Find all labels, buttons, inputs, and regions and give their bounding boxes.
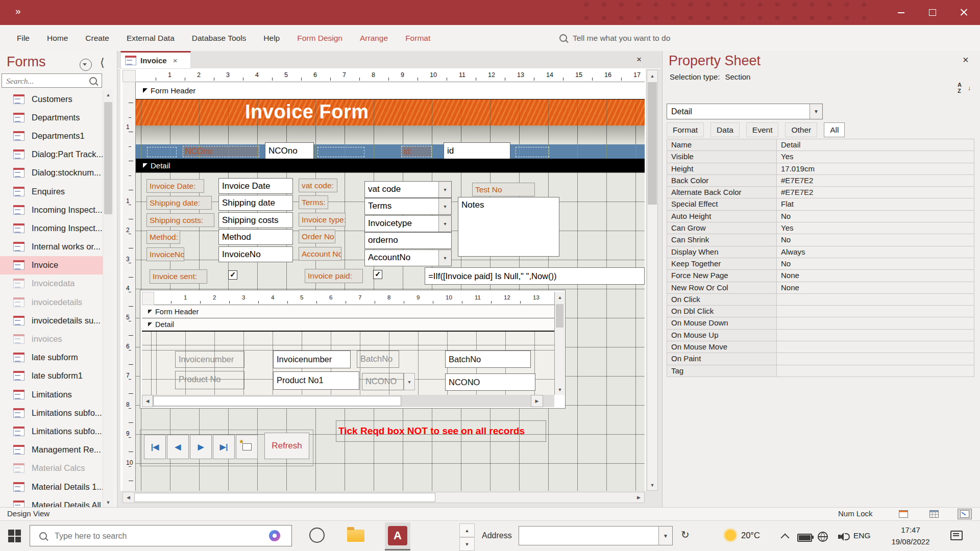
nco-label[interactable]: NCOno [183, 146, 259, 157]
property-value[interactable]: No [777, 234, 974, 245]
id-label[interactable]: id: [401, 146, 432, 157]
nav-category-menu-icon[interactable] [80, 59, 92, 71]
scroll-left-icon[interactable]: ◀ [123, 492, 134, 503]
nav-item-limitations[interactable]: Limitations [0, 385, 103, 404]
property-value[interactable] [777, 317, 974, 329]
nav-item-incoming-inspect-[interactable]: Incoming Inspect... [0, 219, 103, 237]
property-value[interactable]: Detail [777, 139, 974, 151]
scroll-down-icon[interactable]: ▼ [555, 385, 565, 394]
previous-record-button[interactable]: ◀ [167, 435, 189, 459]
subform-control-ncono[interactable]: NCONO [445, 373, 535, 391]
chevron-down-icon[interactable]: ▾ [438, 250, 451, 266]
property-value[interactable]: None [777, 270, 974, 281]
notes-textbox[interactable]: Notes [458, 197, 559, 257]
field-textbox[interactable]: Shipping date [218, 195, 293, 211]
nav-scrollbar[interactable]: ▲ ▼ [103, 90, 113, 507]
tell-me-box[interactable]: Tell me what you want to do [559, 25, 670, 51]
property-value[interactable] [777, 365, 974, 377]
ribbon-tab-file[interactable]: File [8, 25, 38, 51]
file-explorer-icon[interactable] [347, 530, 364, 542]
property-value[interactable] [777, 353, 974, 364]
nav-item-invoicedata[interactable]: Invoicedata [0, 274, 103, 293]
scroll-left-icon[interactable]: ◀ [142, 395, 153, 407]
subform-control-batchno[interactable]: BatchNo [445, 350, 531, 368]
ribbon-tab-form-design[interactable]: Form Design [288, 25, 351, 51]
field-combobox[interactable]: vat code▾ [364, 181, 452, 198]
scrollbar-thumb[interactable] [153, 396, 401, 406]
close-button[interactable] [948, 0, 980, 25]
chevron-down-icon[interactable]: ▾ [404, 373, 415, 390]
next-record-button[interactable]: ▶ [190, 435, 212, 459]
shutter-bar-close-icon[interactable]: ⟨ [100, 56, 105, 69]
field-label[interactable]: vat code: [299, 179, 337, 192]
design-view-button[interactable] [958, 509, 972, 519]
id-textbox[interactable]: id [444, 142, 510, 159]
field-label[interactable]: InvoiceNo: [146, 247, 184, 261]
clock[interactable]: 17:47 19/08/2022 [881, 524, 940, 548]
first-record-button[interactable]: |◀ [144, 435, 166, 459]
field-combobox[interactable]: AccountNo▾ [364, 249, 452, 266]
access-taskbar-button[interactable]: A [385, 522, 410, 549]
field-combobox[interactable]: Terms▾ [364, 198, 452, 215]
ribbon-tab-external-data[interactable]: External Data [118, 25, 183, 51]
weather-icon[interactable] [725, 530, 736, 541]
property-value[interactable] [777, 330, 974, 341]
subform-horizontal-scrollbar[interactable]: ◀ ▶ [142, 395, 554, 407]
property-value[interactable]: No [777, 211, 974, 222]
subform-control-product-no[interactable]: Product No [175, 371, 244, 389]
field-label[interactable]: Shipping date: [146, 196, 212, 210]
property-value[interactable]: #E7E7E2 [777, 175, 974, 186]
address-refresh-icon[interactable]: ↻ [681, 529, 690, 541]
chevron-down-icon[interactable]: ▾ [438, 182, 451, 197]
scroll-right-icon[interactable]: ▶ [531, 395, 543, 407]
nav-item-dialog-stocknum-[interactable]: Dialog:stocknum... [0, 164, 103, 182]
address-input[interactable]: ▼ [519, 526, 673, 545]
property-tab-other[interactable]: Other [785, 122, 817, 137]
scrollbar-thumb[interactable] [556, 304, 564, 328]
field-label[interactable]: Order No [299, 230, 335, 243]
temperature-label[interactable]: 20°C [741, 531, 760, 540]
nav-item-departments[interactable]: Departments [0, 108, 103, 127]
nav-item-incoming-inspect-[interactable]: Incoming Inspect... [0, 201, 103, 219]
form-header-section-bar[interactable]: Form Header [136, 82, 645, 99]
property-value[interactable]: 17.019cm [777, 163, 974, 174]
ribbon-tab-arrange[interactable]: Arrange [351, 25, 397, 51]
property-value[interactable]: Yes [777, 222, 974, 234]
property-value[interactable]: None [777, 282, 974, 293]
form-title-label[interactable]: Invoice Form [245, 101, 369, 123]
scrollbar-thumb[interactable] [104, 102, 112, 214]
field-label[interactable]: Terms: [299, 195, 328, 209]
subform-control-ncono[interactable]: NCONO [362, 373, 404, 390]
new-record-button[interactable] [236, 435, 258, 459]
field-label[interactable]: Account No: [299, 247, 341, 261]
nav-item-material-calcs[interactable]: Material Calcs [0, 459, 103, 478]
property-sheet-close-icon[interactable]: × [963, 54, 969, 66]
language-indicator[interactable]: ENG [853, 531, 871, 540]
datasheet-view-button[interactable] [927, 509, 941, 519]
nav-search-box[interactable] [2, 73, 102, 88]
nav-item-customers[interactable]: Customers [0, 90, 103, 108]
selection-object-dropdown[interactable]: Detail ▼ [667, 104, 823, 119]
subform-control-invoicenumber[interactable]: Invoicenumber [273, 350, 351, 368]
taskbar-search-input[interactable] [54, 530, 250, 543]
subform-detail-bar[interactable]: Detail [142, 318, 554, 332]
minimize-button[interactable] [885, 0, 917, 25]
last-record-button[interactable]: ▶| [213, 435, 235, 459]
scroll-up-icon[interactable]: ▲ [103, 90, 113, 99]
field-label[interactable]: Invoice Date: [146, 179, 204, 193]
battery-icon[interactable] [797, 534, 812, 542]
toolbar-scroll-up[interactable]: ▲ [459, 523, 475, 537]
toolbar-scroll-down[interactable]: ▼ [459, 537, 475, 551]
nco-textbox[interactable]: NCOno [265, 142, 314, 159]
nav-search-input[interactable] [5, 75, 89, 87]
chevron-down-icon[interactable]: ▼ [810, 104, 822, 119]
field-label[interactable]: Shipping costs: [146, 213, 214, 227]
form-header-band[interactable] [136, 99, 645, 126]
refresh-button[interactable]: Refresh [264, 433, 309, 459]
scroll-up-icon[interactable]: ▲ [555, 292, 565, 302]
nav-item-limitations-subfo-[interactable]: Limitations subfo... [0, 404, 103, 422]
nav-item-invoices[interactable]: invoices [0, 330, 103, 348]
scroll-down-icon[interactable]: ▼ [647, 480, 657, 490]
property-value[interactable] [777, 294, 974, 305]
invoice-sent-label[interactable]: Invoice sent: [150, 269, 207, 284]
